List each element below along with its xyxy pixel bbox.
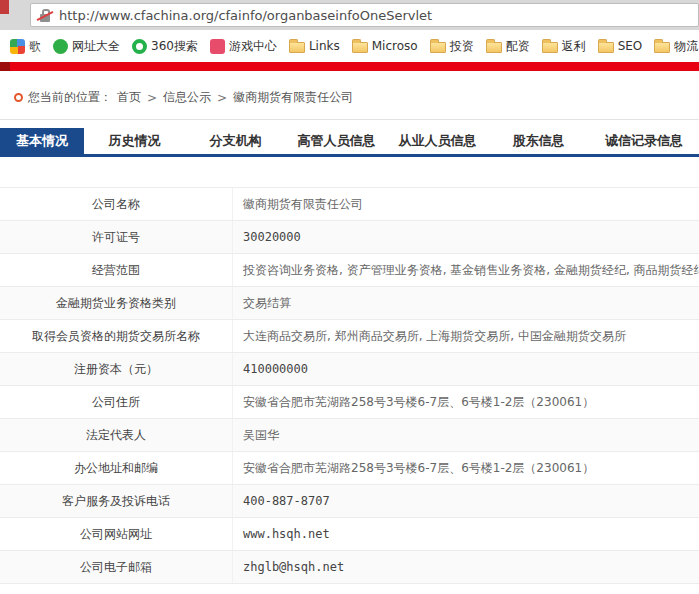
field-label: 许可证号 <box>0 221 232 253</box>
bookmark-folder-seo[interactable]: SEO <box>593 39 648 53</box>
tab-basic-info[interactable]: 基本情况 <box>0 128 84 154</box>
breadcrumb: 您当前的位置： 首页 > 信息公示 > 徽商期货有限责任公司 <box>0 71 699 120</box>
table-row-service-phone: 客户服务及投诉电话 400-887-8707 <box>0 485 699 518</box>
bookmark-label: 歌 <box>29 38 41 55</box>
table-row-license-no: 许可证号 30020000 <box>0 221 699 254</box>
bookmarks-bar: 歌 网址大全 360搜索 游戏中心 Links Microso 投资 配资 返利… <box>0 30 699 62</box>
field-label: 注册资本（元） <box>0 353 232 385</box>
field-value: 410000000 <box>232 353 699 385</box>
field-label: 公司名称 <box>0 188 232 220</box>
bookmark-folder-logistics[interactable]: 物流 <box>649 38 699 55</box>
field-label: 公司网站网址 <box>0 518 232 550</box>
field-value: www.hsqh.net <box>232 518 699 550</box>
field-label: 经营范围 <box>0 254 232 286</box>
bookmark-folder-rebate[interactable]: 返利 <box>537 38 591 55</box>
location-icon <box>14 93 23 102</box>
bookmark-label: SEO <box>618 39 643 53</box>
tab-shareholders[interactable]: 股东信息 <box>488 128 589 154</box>
bookmark-folder-allot[interactable]: 配资 <box>481 38 535 55</box>
field-label: 办公地址和邮编 <box>0 452 232 484</box>
tab-bar: 基本情况 历史情况 分支机构 高管人员信息 从业人员信息 股东信息 诚信记录信息 <box>0 128 699 157</box>
breadcrumb-current: 徽商期货有限责任公司 <box>233 89 353 106</box>
folder-icon <box>289 42 305 53</box>
google-icon <box>10 39 25 54</box>
folder-icon <box>654 42 670 53</box>
field-value: 吴国华 <box>232 419 699 451</box>
breadcrumb-prefix: 您当前的位置： <box>28 89 112 106</box>
browser-tab-stub <box>0 0 9 14</box>
table-row-exchange-memberships: 取得会员资格的期货交易所名称 大连商品交易所, 郑州商品交易所, 上海期货交易所… <box>0 320 699 353</box>
bookmark-folder-invest[interactable]: 投资 <box>425 38 479 55</box>
field-value: 大连商品交易所, 郑州商品交易所, 上海期货交易所, 中国金融期货交易所 <box>232 320 699 352</box>
field-value: zhglb@hsqh.net <box>232 551 699 583</box>
browser-chrome: http://www.cfachina.org/cfainfo/organbas… <box>0 0 699 30</box>
breadcrumb-separator: > <box>217 91 227 105</box>
folder-icon <box>352 42 368 53</box>
breadcrumb-separator: > <box>147 91 157 105</box>
field-label: 公司电子邮箱 <box>0 551 232 583</box>
field-label: 法定代表人 <box>0 419 232 451</box>
site-banner-strip <box>0 62 699 71</box>
bookmark-label: 投资 <box>450 38 474 55</box>
bookmark-label: 返利 <box>562 38 586 55</box>
breadcrumb-home-link[interactable]: 首页 <box>117 89 141 106</box>
bookmark-folder-links[interactable]: Links <box>284 39 345 53</box>
bookmark-folder-microsoft[interactable]: Microso <box>347 39 423 53</box>
folder-icon <box>598 42 614 53</box>
tab-practitioners[interactable]: 从业人员信息 <box>387 128 488 154</box>
table-row-office-address: 办公地址和邮编 安徽省合肥市芜湖路258号3号楼6-7层、6号楼1-2层（230… <box>0 452 699 485</box>
bookmark-label: 游戏中心 <box>229 38 277 55</box>
tab-executives[interactable]: 高管人员信息 <box>286 128 387 154</box>
tab-integrity-records[interactable]: 诚信记录信息 <box>589 128 699 154</box>
field-label: 客户服务及投诉电话 <box>0 485 232 517</box>
folder-icon <box>486 42 502 53</box>
table-row-registered-capital: 注册资本（元） 410000000 <box>0 353 699 386</box>
site-banner-left-block <box>0 62 10 71</box>
bookmark-google[interactable]: 歌 <box>5 38 46 55</box>
folder-icon <box>542 42 558 53</box>
field-value: 徽商期货有限责任公司 <box>232 188 699 220</box>
table-row-email: 公司电子邮箱 zhglb@hsqh.net <box>0 551 699 584</box>
field-label: 公司住所 <box>0 386 232 418</box>
field-label: 金融期货业务资格类别 <box>0 287 232 319</box>
table-row-website: 公司网站网址 www.hsqh.net <box>0 518 699 551</box>
bookmark-game-center[interactable]: 游戏中心 <box>205 38 282 55</box>
table-row-futures-qualification: 金融期货业务资格类别 交易结算 <box>0 287 699 320</box>
field-value: 30020000 <box>232 221 699 253</box>
breadcrumb-section-link[interactable]: 信息公示 <box>163 89 211 106</box>
bookmark-label: Links <box>309 39 340 53</box>
field-value: 安徽省合肥市芜湖路258号3号楼6-7层、6号楼1-2层（230061） <box>232 386 699 418</box>
field-value: 交易结算 <box>232 287 699 319</box>
field-value: 投资咨询业务资格, 资产管理业务资格, 基金销售业务资格, 金融期货经纪, 商品… <box>232 254 699 286</box>
tab-branches[interactable]: 分支机构 <box>185 128 286 154</box>
bookmark-label: 360搜索 <box>151 38 198 55</box>
bookmark-label: 物流 <box>674 38 698 55</box>
table-row-company-name: 公司名称 徽商期货有限责任公司 <box>0 188 699 221</box>
field-value: 400-887-8707 <box>232 485 699 517</box>
company-info-table: 公司名称 徽商期货有限责任公司 许可证号 30020000 经营范围 投资咨询业… <box>0 187 699 584</box>
url-text[interactable]: http://www.cfachina.org/cfainfo/organbas… <box>59 8 432 23</box>
search-360-icon <box>132 39 147 54</box>
insecure-lock-icon <box>40 14 50 22</box>
table-row-business-scope: 经营范围 投资咨询业务资格, 资产管理业务资格, 基金销售业务资格, 金融期货经… <box>0 254 699 287</box>
game-center-icon <box>210 39 225 54</box>
tab-history[interactable]: 历史情况 <box>84 128 185 154</box>
bookmark-label: 配资 <box>506 38 530 55</box>
field-value: 安徽省合肥市芜湖路258号3号楼6-7层、6号楼1-2层（230061） <box>232 452 699 484</box>
folder-icon <box>430 42 446 53</box>
table-row-company-address: 公司住所 安徽省合肥市芜湖路258号3号楼6-7层、6号楼1-2层（230061… <box>0 386 699 419</box>
site-directory-icon <box>53 39 68 54</box>
bookmark-label: 网址大全 <box>72 38 120 55</box>
bookmark-site-directory[interactable]: 网址大全 <box>48 38 125 55</box>
bookmark-360-search[interactable]: 360搜索 <box>127 38 203 55</box>
field-label: 取得会员资格的期货交易所名称 <box>0 320 232 352</box>
address-bar[interactable]: http://www.cfachina.org/cfainfo/organbas… <box>30 3 699 27</box>
table-row-legal-representative: 法定代表人 吴国华 <box>0 419 699 452</box>
bookmark-label: Microso <box>372 39 418 53</box>
